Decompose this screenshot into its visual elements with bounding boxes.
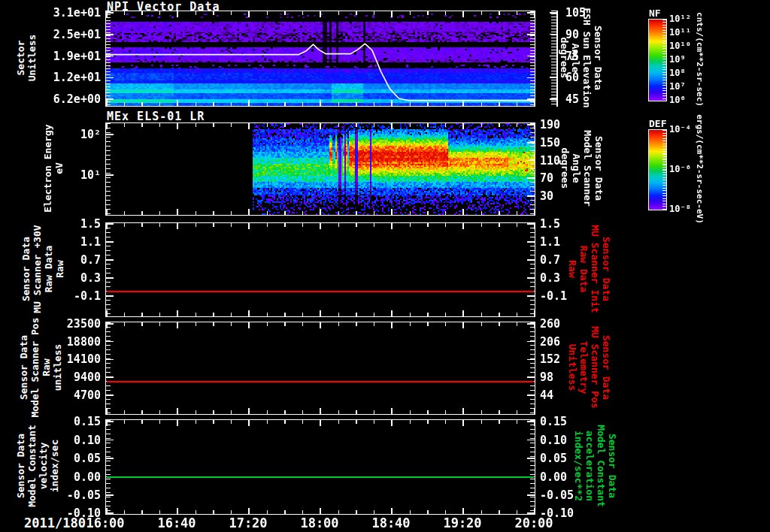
x-major-tick xyxy=(106,310,108,316)
panel-npi-vector-data xyxy=(105,11,535,107)
y-major-tick xyxy=(527,376,535,378)
x-major-tick xyxy=(320,420,321,426)
y-tick-label: 1.1 xyxy=(26,235,101,249)
y-tick-label: 0.00 xyxy=(26,470,101,484)
data-line-model-scanner-pos-raw xyxy=(107,381,534,382)
x-major-tick xyxy=(177,11,178,17)
x-major-tick xyxy=(177,123,178,129)
x-major-tick xyxy=(320,209,321,215)
y-major-tick xyxy=(527,277,535,279)
right-tick-label: 44 xyxy=(540,388,593,402)
detached-axis-major-tick xyxy=(550,98,557,100)
y-major-tick xyxy=(527,195,535,197)
y-major-tick xyxy=(106,341,114,343)
y-major-tick xyxy=(106,421,114,422)
y-major-tick xyxy=(106,12,114,14)
x-major-tick xyxy=(391,420,393,426)
x-major-tick xyxy=(177,209,178,215)
right-tick-label: 110 xyxy=(540,154,593,168)
y-tick-label: 14100 xyxy=(26,352,101,366)
x-major-tick xyxy=(462,420,464,426)
y-major-tick xyxy=(527,323,535,325)
x-major-tick xyxy=(106,209,108,215)
colorbar-tick-label: 10⁶ xyxy=(669,95,686,105)
x-major-tick xyxy=(106,408,108,414)
y-major-tick xyxy=(106,376,114,378)
right-tick-label: 152 xyxy=(540,352,593,366)
x-major-tick xyxy=(462,322,464,328)
y-tick-label: 0.7 xyxy=(26,253,101,267)
minor-ticks-left xyxy=(106,123,111,215)
x-tick-label: 16:40 xyxy=(141,515,213,530)
y-tick-label: 0.15 xyxy=(26,415,101,428)
detached-axis-minor-ticks xyxy=(551,11,556,107)
colorbar-tick-label: 10⁻⁸ xyxy=(669,204,691,214)
y-major-tick xyxy=(106,98,114,100)
x-major-tick xyxy=(391,11,393,17)
y-major-tick xyxy=(527,394,535,396)
right-tick-label: 0.05 xyxy=(540,452,593,465)
y-major-tick xyxy=(106,394,114,396)
detached-axis-major-tick xyxy=(550,34,557,35)
colorbar-tick-label: 10⁻⁶ xyxy=(669,164,691,174)
minor-ticks-right xyxy=(530,322,535,414)
detached-axis-major-tick xyxy=(550,77,557,78)
x-major-tick xyxy=(320,123,321,129)
right-tick-label: 45 xyxy=(565,92,618,106)
x-major-tick xyxy=(534,408,535,414)
y-tick-label: -0.1 xyxy=(26,289,101,303)
x-major-tick xyxy=(106,100,108,106)
x-tick-label: 18:40 xyxy=(355,515,427,530)
def-colorbar-units: ergs/(cm**2-sr-sec-eV) xyxy=(695,114,705,224)
x-major-tick xyxy=(248,123,250,129)
x-major-tick xyxy=(462,223,464,229)
right-tick-label: 0.15 xyxy=(540,415,593,428)
right-tick-label: 0.00 xyxy=(540,470,593,484)
y-major-tick xyxy=(106,440,114,441)
y-major-tick xyxy=(527,160,535,162)
def-colorbar-ticks xyxy=(662,130,666,210)
y-major-tick xyxy=(106,359,114,361)
y-major-tick xyxy=(106,77,114,79)
panel-mu-scanner-raw xyxy=(105,222,535,317)
x-major-tick xyxy=(320,11,321,17)
x-major-tick xyxy=(534,310,535,316)
plot-screen: NPI Vector Data MEx ELS-01 LR Sector Uni… xyxy=(0,0,770,532)
y-tick-label: 1.9e+01 xyxy=(26,50,101,63)
x-major-tick xyxy=(462,209,464,215)
x-major-tick xyxy=(177,100,178,106)
right-tick-label: 1.5 xyxy=(540,217,593,231)
npi-spectrogram-canvas xyxy=(106,11,535,106)
x-major-tick xyxy=(391,508,393,514)
x-major-tick xyxy=(320,223,321,229)
y-major-tick xyxy=(527,512,535,514)
y-major-tick xyxy=(527,295,535,297)
y-tick-label: 3.1e+01 xyxy=(26,6,101,20)
els-spectrogram-canvas xyxy=(106,123,535,215)
x-major-tick xyxy=(177,420,178,426)
y-major-tick xyxy=(527,359,535,361)
y-major-tick xyxy=(106,56,114,57)
x-major-tick xyxy=(320,310,321,316)
panel-model-scanner-pos xyxy=(105,322,535,415)
y-tick-label: 2.5e+01 xyxy=(26,28,101,41)
y-tick-label: 4700 xyxy=(26,388,101,402)
right-tick-label: 150 xyxy=(540,136,593,150)
panel2-title: MEx ELS-01 LR xyxy=(107,110,205,123)
right-tick-label: -0.1 xyxy=(540,289,593,303)
x-major-tick xyxy=(248,322,250,328)
x-major-tick xyxy=(248,408,250,414)
minor-ticks-left xyxy=(106,322,111,414)
y-major-tick xyxy=(527,259,535,261)
colorbar-tick-label: 10⁷ xyxy=(669,81,686,92)
y-major-tick xyxy=(106,512,114,514)
right-tick-label: 105 xyxy=(565,6,618,20)
minor-ticks-left xyxy=(106,420,111,514)
x-major-tick xyxy=(391,310,393,316)
nf-colorbar xyxy=(648,19,667,101)
y-major-tick xyxy=(527,458,535,459)
y-major-tick xyxy=(527,98,535,100)
y-major-tick xyxy=(106,174,114,176)
minor-ticks-right xyxy=(530,123,535,215)
x-major-tick xyxy=(320,100,321,106)
